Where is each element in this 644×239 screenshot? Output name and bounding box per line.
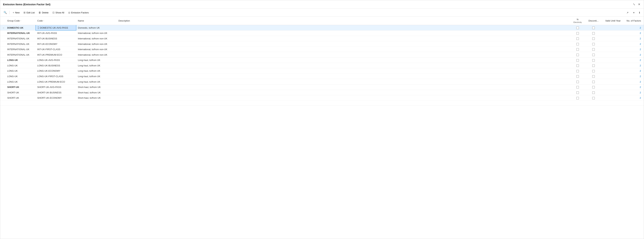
row-discontinued[interactable] (586, 84, 602, 90)
table-row[interactable]: INTERNATIONAL-UKINT-UK-ECONOMYInternatio… (0, 41, 644, 47)
discontinued-checkbox[interactable] (592, 48, 595, 51)
row-is-electricity[interactable] (570, 84, 586, 90)
delete-button[interactable]: 🗑 Delete (37, 10, 50, 15)
row-is-electricity[interactable] (570, 95, 586, 100)
col-header-is-electricity[interactable]: Is Electricity (570, 16, 586, 25)
col-header-description[interactable]: Description (117, 16, 570, 25)
emission-factors-button[interactable]: ◎ Emission Factors (66, 10, 90, 15)
row-is-electricity[interactable] (570, 63, 586, 68)
table-row[interactable]: SHORT-UKSHORT-UK-AVG-PASSShort-haul, to/… (0, 84, 644, 90)
table-row[interactable]: LONG-UKLONG-UK-FIRST-CLASSLong-haul, to/… (0, 74, 644, 79)
row-discontinued[interactable] (586, 41, 602, 47)
row-num-factors[interactable]: 2 (624, 36, 644, 41)
row-is-electricity[interactable] (570, 90, 586, 95)
row-is-electricity[interactable] (570, 58, 586, 63)
table-row[interactable]: LONG-UKLONG-UK-AVG-PASSLong-haul, to/fro… (0, 58, 644, 63)
row-is-electricity[interactable] (570, 25, 586, 30)
is-electricity-checkbox[interactable] (576, 59, 579, 62)
row-code[interactable]: LONG-UK-BUSINESS (36, 63, 76, 68)
discontinued-checkbox[interactable] (592, 27, 595, 29)
row-discontinued[interactable] (586, 74, 602, 79)
row-code[interactable]: INT-UK-AVG-PASS (36, 30, 76, 36)
row-num-factors[interactable]: 2 (624, 30, 644, 36)
row-code[interactable]: LONG-UK-FIRST-CLASS (36, 74, 76, 79)
is-electricity-checkbox[interactable] (576, 27, 579, 29)
col-header-group-code[interactable]: Group Code ↑ (6, 16, 36, 25)
row-code[interactable]: INT-UK-ECONOMY (36, 41, 76, 47)
row-discontinued[interactable] (586, 25, 602, 30)
row-num-factors[interactable]: 2 (624, 84, 644, 90)
row-is-electricity[interactable] (570, 52, 586, 58)
row-discontinued[interactable] (586, 52, 602, 58)
row-discontinued[interactable] (586, 30, 602, 36)
table-row[interactable]: INTERNATIONAL-UKINT-UK-FIRST-CLASSIntern… (0, 46, 644, 52)
row-num-factors[interactable]: 2 (624, 58, 644, 63)
row-code[interactable]: SHORT-UK-ECONOMY (36, 95, 76, 100)
row-is-electricity[interactable] (570, 30, 586, 36)
is-electricity-checkbox[interactable] (576, 92, 579, 94)
row-discontinued[interactable] (586, 79, 602, 84)
row-code[interactable]: LONG-UK-AVG-PASS (36, 58, 76, 63)
discontinued-checkbox[interactable] (592, 38, 595, 40)
discontinued-checkbox[interactable] (592, 59, 595, 62)
row-num-factors[interactable]: 2 (624, 52, 644, 58)
is-electricity-checkbox[interactable] (576, 86, 579, 88)
row-discontinued[interactable] (586, 68, 602, 74)
row-num-factors[interactable]: 2 (624, 95, 644, 100)
table-row[interactable]: LONG-UKLONG-UK-ECONOMYLong-haul, to/from… (0, 68, 644, 74)
is-electricity-checkbox[interactable] (576, 75, 579, 78)
row-is-electricity[interactable] (570, 74, 586, 79)
is-electricity-checkbox[interactable] (576, 48, 579, 51)
discontinued-checkbox[interactable] (592, 54, 595, 56)
row-discontinued[interactable] (586, 63, 602, 68)
row-context-menu-button[interactable] (38, 26, 39, 29)
table-row[interactable]: →DOMESTIC-UKDOMESTIC-UK-AVG-PASSDomestic… (0, 25, 644, 30)
discontinued-checkbox[interactable] (592, 81, 595, 83)
row-is-electricity[interactable] (570, 46, 586, 52)
new-button[interactable]: + New (11, 10, 21, 15)
is-electricity-checkbox[interactable] (576, 64, 579, 67)
row-is-electricity[interactable] (570, 68, 586, 74)
discontinued-checkbox[interactable] (592, 86, 595, 88)
row-code[interactable]: LONG-UK-ECONOMY (36, 68, 76, 74)
info-button[interactable]: ℹ (637, 10, 642, 15)
row-num-factors[interactable]: 2 (624, 63, 644, 68)
search-button[interactable]: 🔍 (2, 10, 8, 15)
row-code[interactable]: SHORT-UK-AVG-PASS (36, 84, 76, 90)
is-electricity-checkbox[interactable] (576, 32, 579, 34)
col-header-name[interactable]: Name (76, 16, 117, 25)
row-is-electricity[interactable] (570, 79, 586, 84)
row-code[interactable]: INT-UK-FIRST-CLASS (36, 46, 76, 52)
row-num-factors[interactable]: 2 (624, 25, 644, 30)
is-electricity-checkbox[interactable] (576, 38, 579, 40)
is-electricity-checkbox[interactable] (576, 54, 579, 56)
col-header-num-factors[interactable]: No. of Factors (624, 16, 644, 25)
row-num-factors[interactable]: 2 (624, 74, 644, 79)
row-code[interactable]: LONG-UK-PREMIUM-ECO (36, 79, 76, 84)
row-num-factors[interactable]: 2 (624, 90, 644, 95)
col-header-discontinued[interactable]: Disconti... (586, 16, 602, 25)
close-button[interactable]: ✕ (637, 2, 641, 7)
show-all-button[interactable]: ⊡ Show All (51, 10, 66, 15)
table-row[interactable]: LONG-UKLONG-UK-PREMIUM-ECOLong-haul, to/… (0, 79, 644, 84)
table-row[interactable]: INTERNATIONAL-UKINT-UK-BUSINESSInternati… (0, 36, 644, 41)
edit-list-button[interactable]: ⊞ Edit List (22, 10, 36, 15)
row-code[interactable]: SHORT-UK-BUSINESS (36, 90, 76, 95)
row-num-factors[interactable]: 2 (624, 41, 644, 47)
discontinued-checkbox[interactable] (592, 70, 595, 72)
row-discontinued[interactable] (586, 95, 602, 100)
table-row[interactable]: INTERNATIONAL-UKINT-UK-AVG-PASSInternati… (0, 30, 644, 36)
discontinued-checkbox[interactable] (592, 92, 595, 94)
share-button[interactable]: ↗ (625, 10, 630, 15)
col-header-code[interactable]: Code ↑ (36, 16, 76, 25)
discontinued-checkbox[interactable] (592, 43, 595, 45)
table-row[interactable]: SHORT-UKSHORT-UK-ECONOMYShort-haul, to/f… (0, 95, 644, 100)
is-electricity-checkbox[interactable] (576, 81, 579, 83)
columns-button[interactable]: ≡ (631, 10, 636, 15)
row-code[interactable]: INT-UK-BUSINESS (36, 36, 76, 41)
discontinued-checkbox[interactable] (592, 75, 595, 78)
row-num-factors[interactable]: 2 (624, 46, 644, 52)
is-electricity-checkbox[interactable] (576, 97, 579, 100)
table-row[interactable]: INTERNATIONAL-UKINT-UK-PREMIUM-ECOIntern… (0, 52, 644, 58)
row-is-electricity[interactable] (570, 36, 586, 41)
